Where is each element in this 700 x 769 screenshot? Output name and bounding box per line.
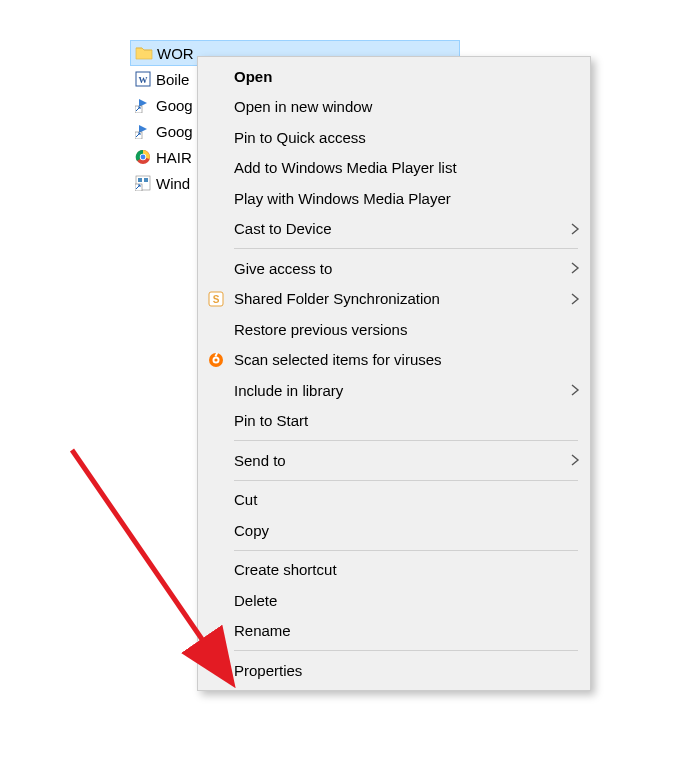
chevron-right-icon xyxy=(560,453,590,467)
svg-rect-12 xyxy=(138,178,142,182)
menu-item-label: Scan selected items for viruses xyxy=(234,351,560,368)
svg-rect-13 xyxy=(144,178,148,182)
sync-icon: S xyxy=(198,291,234,307)
chevron-right-icon xyxy=(560,383,590,397)
chevron-right-icon xyxy=(560,261,590,275)
svg-text:S: S xyxy=(213,294,220,305)
menu-item-label: Copy xyxy=(234,522,560,539)
file-label: HAIR xyxy=(156,149,192,166)
file-label: Goog xyxy=(156,97,193,114)
chevron-right-icon xyxy=(560,222,590,236)
menu-item-label: Properties xyxy=(234,662,560,679)
svg-point-10 xyxy=(141,155,146,160)
menu-separator xyxy=(234,650,578,651)
svg-text:W: W xyxy=(139,75,148,85)
menu-item-label: Include in library xyxy=(234,382,560,399)
menu-item-add-to-windows-media-player-list[interactable]: Add to Windows Media Player list xyxy=(198,153,590,184)
menu-item-label: Restore previous versions xyxy=(234,321,560,338)
menu-item-give-access-to[interactable]: Give access to xyxy=(198,253,590,284)
menu-separator xyxy=(234,480,578,481)
menu-item-label: Send to xyxy=(234,452,560,469)
avast-icon xyxy=(198,352,234,368)
menu-item-scan-selected-items-for-viruses[interactable]: Scan selected items for viruses xyxy=(198,345,590,376)
menu-item-pin-to-quick-access[interactable]: Pin to Quick access xyxy=(198,122,590,153)
menu-item-label: Pin to Start xyxy=(234,412,560,429)
menu-item-cut[interactable]: Cut xyxy=(198,485,590,516)
menu-item-play-with-windows-media-player[interactable]: Play with Windows Media Player xyxy=(198,183,590,214)
menu-item-label: Delete xyxy=(234,592,560,609)
menu-item-label: Add to Windows Media Player list xyxy=(234,159,560,176)
svg-point-20 xyxy=(214,358,217,361)
menu-item-label: Cast to Device xyxy=(234,220,560,237)
menu-separator xyxy=(234,550,578,551)
menu-item-label: Rename xyxy=(234,622,560,639)
menu-item-send-to[interactable]: Send to xyxy=(198,445,590,476)
word-doc-icon: W xyxy=(134,70,152,88)
menu-item-label: Pin to Quick access xyxy=(234,129,560,146)
menu-item-include-in-library[interactable]: Include in library xyxy=(198,375,590,406)
context-menu: OpenOpen in new windowPin to Quick acces… xyxy=(197,56,591,691)
shortcut-icon xyxy=(134,96,152,114)
file-label: Boile xyxy=(156,71,189,88)
file-label: Goog xyxy=(156,123,193,140)
shortcut-icon xyxy=(134,122,152,140)
menu-item-pin-to-start[interactable]: Pin to Start xyxy=(198,406,590,437)
menu-item-label: Cut xyxy=(234,491,560,508)
menu-item-restore-previous-versions[interactable]: Restore previous versions xyxy=(198,314,590,345)
chevron-right-icon xyxy=(560,292,590,306)
menu-item-label: Give access to xyxy=(234,260,560,277)
menu-item-shared-folder-synchronization[interactable]: SShared Folder Synchronization xyxy=(198,284,590,315)
menu-separator xyxy=(234,440,578,441)
chrome-icon xyxy=(134,148,152,166)
file-label: WOR xyxy=(157,45,194,62)
menu-item-copy[interactable]: Copy xyxy=(198,515,590,546)
menu-item-create-shortcut[interactable]: Create shortcut xyxy=(198,555,590,586)
menu-item-label: Open xyxy=(234,68,560,85)
menu-item-rename[interactable]: Rename xyxy=(198,616,590,647)
folder-icon xyxy=(135,44,153,62)
menu-item-label: Play with Windows Media Player xyxy=(234,190,560,207)
menu-item-open-in-new-window[interactable]: Open in new window xyxy=(198,92,590,123)
app-shortcut-icon xyxy=(134,174,152,192)
menu-item-label: Create shortcut xyxy=(234,561,560,578)
menu-item-cast-to-device[interactable]: Cast to Device xyxy=(198,214,590,245)
menu-item-label: Open in new window xyxy=(234,98,560,115)
menu-item-delete[interactable]: Delete xyxy=(198,585,590,616)
menu-separator xyxy=(234,248,578,249)
menu-item-open[interactable]: Open xyxy=(198,61,590,92)
menu-item-label: Shared Folder Synchronization xyxy=(234,290,560,307)
menu-item-properties[interactable]: Properties xyxy=(198,655,590,686)
file-label: Wind xyxy=(156,175,190,192)
